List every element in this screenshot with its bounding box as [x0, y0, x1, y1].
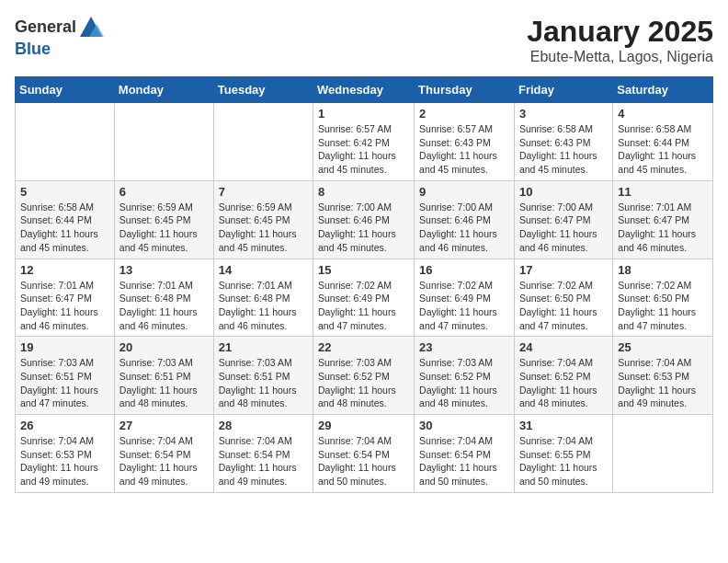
calendar-cell: 24Sunrise: 7:04 AMSunset: 6:52 PMDayligh… [514, 337, 612, 415]
calendar-cell [16, 103, 115, 181]
day-number: 17 [519, 263, 608, 277]
month-title: January 2025 [527, 15, 713, 49]
weekday-header: Saturday [613, 77, 713, 103]
calendar-table: SundayMondayTuesdayWednesdayThursdayFrid… [15, 76, 713, 493]
calendar-week-row: 12Sunrise: 7:01 AMSunset: 6:47 PMDayligh… [16, 259, 713, 337]
day-number: 16 [419, 263, 509, 277]
weekday-header: Friday [514, 77, 612, 103]
calendar-cell: 2Sunrise: 6:57 AMSunset: 6:43 PMDaylight… [415, 103, 515, 181]
calendar-cell: 3Sunrise: 6:58 AMSunset: 6:43 PMDaylight… [514, 103, 612, 181]
day-number: 26 [20, 419, 109, 432]
day-number: 3 [519, 107, 608, 121]
cell-content: Sunrise: 7:03 AMSunset: 6:51 PMDaylight:… [219, 356, 308, 410]
cell-content: Sunrise: 7:03 AMSunset: 6:52 PMDaylight:… [318, 356, 409, 410]
cell-content: Sunrise: 7:01 AMSunset: 6:47 PMDaylight:… [20, 279, 109, 333]
cell-content: Sunrise: 7:04 AMSunset: 6:54 PMDaylight:… [318, 434, 409, 488]
cell-content: Sunrise: 6:58 AMSunset: 6:44 PMDaylight:… [20, 201, 109, 255]
calendar-week-row: 5Sunrise: 6:58 AMSunset: 6:44 PMDaylight… [16, 180, 713, 259]
day-number: 4 [618, 107, 708, 121]
day-number: 1 [318, 107, 409, 121]
calendar-cell: 23Sunrise: 7:03 AMSunset: 6:52 PMDayligh… [415, 337, 515, 415]
calendar-cell: 17Sunrise: 7:02 AMSunset: 6:50 PMDayligh… [514, 259, 612, 337]
cell-content: Sunrise: 7:04 AMSunset: 6:53 PMDaylight:… [20, 434, 109, 488]
logo-general: General [15, 18, 76, 37]
calendar-cell: 29Sunrise: 7:04 AMSunset: 6:54 PMDayligh… [313, 415, 415, 493]
calendar-cell: 22Sunrise: 7:03 AMSunset: 6:52 PMDayligh… [313, 337, 415, 415]
calendar-week-row: 19Sunrise: 7:03 AMSunset: 6:51 PMDayligh… [16, 337, 713, 415]
location-title: Ebute-Metta, Lagos, Nigeria [527, 49, 713, 65]
weekday-header-row: SundayMondayTuesdayWednesdayThursdayFrid… [16, 77, 713, 103]
calendar-cell: 1Sunrise: 6:57 AMSunset: 6:42 PMDaylight… [313, 103, 415, 181]
calendar-cell: 7Sunrise: 6:59 AMSunset: 6:45 PMDaylight… [213, 180, 313, 259]
weekday-header: Monday [114, 77, 213, 103]
day-number: 18 [618, 263, 708, 277]
day-number: 5 [20, 185, 109, 199]
cell-content: Sunrise: 7:04 AMSunset: 6:54 PMDaylight:… [219, 434, 308, 488]
cell-content: Sunrise: 7:04 AMSunset: 6:54 PMDaylight:… [119, 434, 209, 488]
cell-content: Sunrise: 6:59 AMSunset: 6:45 PMDaylight:… [219, 201, 308, 255]
calendar-cell: 9Sunrise: 7:00 AMSunset: 6:46 PMDaylight… [415, 180, 515, 259]
cell-content: Sunrise: 7:04 AMSunset: 6:52 PMDaylight:… [519, 356, 608, 410]
cell-content: Sunrise: 6:57 AMSunset: 6:42 PMDaylight:… [318, 122, 409, 177]
calendar-cell [114, 103, 213, 181]
day-number: 20 [119, 340, 209, 354]
page-header: General Blue January 2025 Ebute-Metta, L… [15, 15, 713, 65]
day-number: 14 [219, 263, 308, 277]
cell-content: Sunrise: 7:02 AMSunset: 6:50 PMDaylight:… [618, 279, 708, 333]
calendar-week-row: 26Sunrise: 7:04 AMSunset: 6:53 PMDayligh… [16, 415, 713, 493]
day-number: 8 [318, 185, 409, 199]
weekday-header: Wednesday [313, 77, 415, 103]
cell-content: Sunrise: 7:04 AMSunset: 6:54 PMDaylight:… [419, 434, 509, 488]
calendar-cell: 11Sunrise: 7:01 AMSunset: 6:47 PMDayligh… [613, 180, 713, 259]
day-number: 12 [20, 263, 109, 277]
day-number: 9 [419, 185, 509, 199]
day-number: 13 [119, 263, 209, 277]
cell-content: Sunrise: 7:03 AMSunset: 6:51 PMDaylight:… [20, 356, 109, 410]
day-number: 29 [318, 419, 409, 432]
calendar-cell: 31Sunrise: 7:04 AMSunset: 6:55 PMDayligh… [514, 415, 612, 493]
weekday-header: Tuesday [213, 77, 313, 103]
cell-content: Sunrise: 6:58 AMSunset: 6:44 PMDaylight:… [618, 122, 708, 177]
title-area: January 2025 Ebute-Metta, Lagos, Nigeria [527, 15, 713, 65]
calendar-cell: 21Sunrise: 7:03 AMSunset: 6:51 PMDayligh… [213, 337, 313, 415]
cell-content: Sunrise: 7:02 AMSunset: 6:50 PMDaylight:… [519, 279, 608, 333]
cell-content: Sunrise: 7:00 AMSunset: 6:47 PMDaylight:… [519, 201, 608, 255]
day-number: 19 [20, 340, 109, 354]
cell-content: Sunrise: 7:01 AMSunset: 6:47 PMDaylight:… [618, 201, 708, 255]
cell-content: Sunrise: 6:58 AMSunset: 6:43 PMDaylight:… [519, 122, 608, 177]
cell-content: Sunrise: 7:02 AMSunset: 6:49 PMDaylight:… [419, 279, 509, 333]
day-number: 25 [618, 340, 708, 354]
day-number: 7 [219, 185, 308, 199]
cell-content: Sunrise: 7:01 AMSunset: 6:48 PMDaylight:… [219, 279, 308, 333]
calendar-cell: 18Sunrise: 7:02 AMSunset: 6:50 PMDayligh… [613, 259, 713, 337]
calendar-cell: 10Sunrise: 7:00 AMSunset: 6:47 PMDayligh… [514, 180, 612, 259]
cell-content: Sunrise: 6:57 AMSunset: 6:43 PMDaylight:… [419, 122, 509, 177]
cell-content: Sunrise: 7:04 AMSunset: 6:55 PMDaylight:… [519, 434, 608, 488]
day-number: 24 [519, 340, 608, 354]
day-number: 22 [318, 340, 409, 354]
day-number: 2 [419, 107, 509, 121]
cell-content: Sunrise: 7:03 AMSunset: 6:52 PMDaylight:… [419, 356, 509, 410]
calendar-cell: 19Sunrise: 7:03 AMSunset: 6:51 PMDayligh… [16, 337, 115, 415]
calendar-cell: 4Sunrise: 6:58 AMSunset: 6:44 PMDaylight… [613, 103, 713, 181]
cell-content: Sunrise: 7:01 AMSunset: 6:48 PMDaylight:… [119, 279, 209, 333]
cell-content: Sunrise: 7:00 AMSunset: 6:46 PMDaylight:… [318, 201, 409, 255]
calendar-cell: 30Sunrise: 7:04 AMSunset: 6:54 PMDayligh… [415, 415, 515, 493]
calendar-cell: 25Sunrise: 7:04 AMSunset: 6:53 PMDayligh… [613, 337, 713, 415]
day-number: 31 [519, 419, 608, 432]
calendar-cell: 6Sunrise: 6:59 AMSunset: 6:45 PMDaylight… [114, 180, 213, 259]
calendar-cell: 5Sunrise: 6:58 AMSunset: 6:44 PMDaylight… [16, 180, 115, 259]
day-number: 27 [119, 419, 209, 432]
calendar-cell: 28Sunrise: 7:04 AMSunset: 6:54 PMDayligh… [213, 415, 313, 493]
day-number: 11 [618, 185, 708, 199]
cell-content: Sunrise: 7:02 AMSunset: 6:49 PMDaylight:… [318, 279, 409, 333]
calendar-cell [213, 103, 313, 181]
day-number: 10 [519, 185, 608, 199]
logo: General Blue [15, 15, 104, 59]
logo-blue: Blue [15, 40, 51, 58]
cell-content: Sunrise: 7:00 AMSunset: 6:46 PMDaylight:… [419, 201, 509, 255]
day-number: 15 [318, 263, 409, 277]
calendar-cell: 15Sunrise: 7:02 AMSunset: 6:49 PMDayligh… [313, 259, 415, 337]
cell-content: Sunrise: 7:04 AMSunset: 6:53 PMDaylight:… [618, 356, 708, 410]
calendar-cell: 13Sunrise: 7:01 AMSunset: 6:48 PMDayligh… [114, 259, 213, 337]
